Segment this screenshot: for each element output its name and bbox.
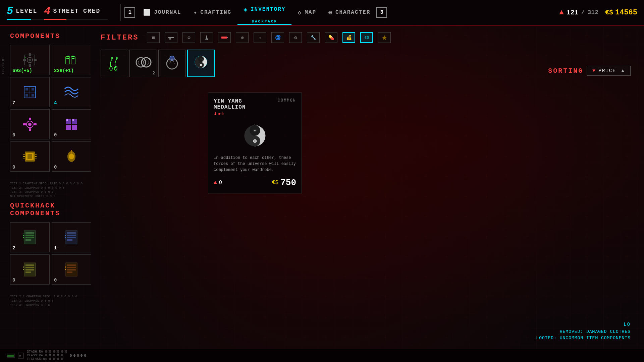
filter-heavy[interactable] xyxy=(218,32,231,43)
svg-marker-82 xyxy=(382,35,387,40)
filter-consumable[interactable]: ⚙ xyxy=(289,32,302,43)
component-count-1: 693(+5) xyxy=(12,68,32,73)
components-title: COMPONENTS xyxy=(10,32,89,40)
component-small-info: TIER 1 CRAFTING SPEC: RARE 0 0 0 0 0 0 0… xyxy=(10,182,89,198)
map-icon: ◇ xyxy=(298,9,302,16)
svg-point-87 xyxy=(136,58,146,67)
svg-point-84 xyxy=(110,66,112,70)
component-item-8[interactable]: 0 xyxy=(52,141,91,172)
filter-smg[interactable]: ⚙ xyxy=(182,32,195,43)
component-count-8: 0 xyxy=(54,165,57,170)
component-count-5: 0 xyxy=(12,132,15,138)
component-item-7[interactable]: 0 xyxy=(10,141,50,172)
nav-journal[interactable]: ⬜ JOURNAL xyxy=(137,0,187,25)
detail-price: €$ 750 xyxy=(272,178,296,188)
nav-character[interactable]: ⊕ CHARACTER xyxy=(322,0,376,25)
sorting-label: SORTING xyxy=(548,67,583,75)
svg-rect-5 xyxy=(29,64,31,67)
svg-rect-32 xyxy=(72,119,74,121)
filter-junk1[interactable]: 💰 xyxy=(342,32,355,43)
crafting-icon: ✦ xyxy=(193,9,198,16)
detail-image xyxy=(214,121,296,151)
component-item-5[interactable]: 0 xyxy=(10,109,50,139)
inventory-label: INVENTORY xyxy=(251,6,285,12)
svg-point-83 xyxy=(111,57,113,59)
sorting-down-icon: ▼ xyxy=(592,68,596,73)
sorting-select[interactable]: ▼ PRICE ▲ xyxy=(587,66,631,76)
detail-type: Junk xyxy=(214,112,296,117)
quickhack-item-2[interactable]: 1 xyxy=(52,222,91,252)
svg-point-6 xyxy=(29,59,31,61)
nav-map[interactable]: ◇ MAP xyxy=(291,0,322,25)
filter-misc[interactable]: 🔧 xyxy=(307,32,320,43)
svg-rect-107 xyxy=(7,355,14,357)
component-item-1[interactable]: ⊞ 693(+5) xyxy=(10,45,50,75)
filter-food[interactable]: 💊 xyxy=(325,32,337,43)
component-item-2[interactable]: 228(+1) xyxy=(52,45,91,75)
component-icon-3 xyxy=(21,83,39,102)
top-navigation: 5 LEVEL 4 STREET CRED 1 ⬜ JOURNAL ✦ CRAF… xyxy=(0,0,644,25)
currency-display: €$ 14565 xyxy=(605,8,637,17)
quickhack-count-4: 0 xyxy=(54,278,57,283)
rings-count: 2 xyxy=(153,71,155,76)
item-slot-rings[interactable]: 2 xyxy=(129,50,157,77)
detail-item-name: YIN YANG MEDALLION xyxy=(214,98,278,110)
svg-rect-80 xyxy=(221,37,227,39)
svg-rect-24 xyxy=(29,128,31,131)
svg-rect-30 xyxy=(72,125,77,130)
quickhack-small-info: TIER 2 2 CRAFTING SPEC: 0 0 0 0 0 0 0 TI… xyxy=(10,295,89,307)
filter-blade[interactable] xyxy=(200,32,213,43)
quickhack-grid: 2 xyxy=(10,222,89,285)
quickhack-icon-4 xyxy=(62,260,81,279)
svg-rect-4 xyxy=(29,53,31,56)
nav-crafting[interactable]: ✦ CRAFTING xyxy=(187,0,237,25)
svg-rect-47 xyxy=(25,235,34,236)
character-icon: ⊕ xyxy=(328,9,333,16)
component-item-6[interactable]: 0 xyxy=(52,109,91,139)
journal-icon: ⬜ xyxy=(143,9,151,16)
filter-pistol[interactable] xyxy=(165,32,177,43)
filter-all[interactable]: ⊞ xyxy=(147,32,160,43)
notification-removed: REMOVED: DAMAGED CLOTHES xyxy=(536,329,631,334)
svg-point-85 xyxy=(116,57,118,59)
quickhack-icon-2 xyxy=(62,228,81,247)
quickhack-item-3[interactable]: 0 xyxy=(10,254,50,285)
filters-label: FILTERS xyxy=(101,34,139,42)
filter-junk2[interactable]: €$ xyxy=(360,32,373,43)
item-slot-ring-gem[interactable] xyxy=(158,50,186,77)
quickhack-item-1[interactable]: 2 xyxy=(10,222,50,252)
svg-rect-23 xyxy=(29,118,31,120)
level-indicator: 5 LEVEL xyxy=(7,5,37,20)
svg-rect-17 xyxy=(25,94,28,97)
filter-cyber2[interactable]: ✦ xyxy=(254,32,266,43)
quickhack-title: QUICKHACK COMPONENTS xyxy=(10,202,89,217)
svg-rect-44 xyxy=(71,150,72,154)
filter-grenade[interactable]: 🌀 xyxy=(271,32,284,43)
component-icon-7 xyxy=(21,147,39,166)
svg-point-99 xyxy=(254,130,256,131)
svg-point-89 xyxy=(142,58,151,67)
component-count-3: 7 xyxy=(12,100,15,106)
price-currency-icon: €$ xyxy=(272,180,278,186)
quickhack-item-4[interactable]: 0 xyxy=(52,254,91,285)
character-label: CHARACTER xyxy=(335,9,370,15)
weight-icon: ▲ xyxy=(559,8,564,17)
component-count-2: 228(+1) xyxy=(54,68,74,73)
backpack-sublabel: BACKPACK xyxy=(252,19,277,23)
filter-quest[interactable] xyxy=(378,32,391,43)
item-slot-medallion[interactable] xyxy=(187,50,215,77)
detail-rarity: COMMON xyxy=(278,98,296,103)
component-item-4[interactable]: 4 xyxy=(52,77,91,107)
item-slot-earrings[interactable] xyxy=(101,50,128,77)
svg-point-43 xyxy=(69,154,74,159)
weight-current: 121 xyxy=(567,9,579,16)
currency-icon: €$ xyxy=(605,9,613,16)
component-icon-1: ⊞ xyxy=(21,51,39,69)
level-number: 5 xyxy=(7,5,13,17)
component-item-3[interactable]: 7 xyxy=(10,77,50,107)
svg-rect-81 xyxy=(227,37,228,38)
nav-inventory[interactable]: ◈ INVENTORY BACKPACK xyxy=(237,0,291,25)
filter-tech[interactable]: ⊕ xyxy=(236,32,249,43)
quickhack-count-1: 2 xyxy=(12,245,15,251)
svg-rect-46 xyxy=(25,232,34,234)
